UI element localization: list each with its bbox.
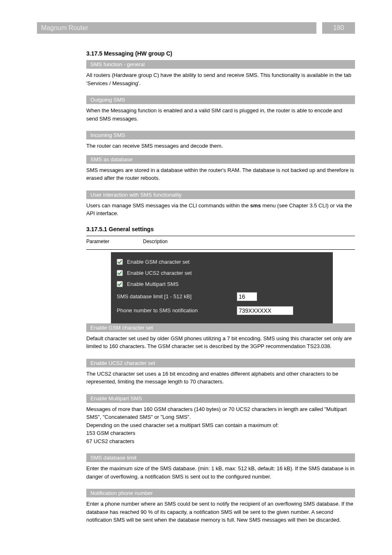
sms-general-heading: SMS function - general [86,60,355,69]
sms-outgoing-heading: Outgoing SMS [86,95,355,104]
param-row-desc: Enter the maximum size of the SMS databa… [86,464,355,481]
check-icon [118,271,122,275]
checkbox-gsm-label: Enable GSM character set [127,259,189,265]
param-row-heading: Notification phone number [86,489,355,497]
sms-user-interaction-heading: User interaction with SMS functionality [86,190,355,199]
param-row-heading: Enable GSM character set [86,323,355,332]
check-icon [118,282,122,286]
param-row-desc: Enter a phone number where an SMS could … [86,500,355,524]
hw-group-title: 3.17.5 Messaging (HW group C) [86,50,355,57]
param-row-heading: SMS database limit [86,453,355,462]
page-number: 180 [333,24,344,32]
checkbox-row-gsm: Enable GSM character set [117,256,327,267]
db-limit-input[interactable] [237,292,257,301]
param-row-desc: Default character set used by older GSM … [86,334,355,351]
col-desc: Description [143,239,355,247]
divider [86,249,355,250]
row-db-limit: SMS database limit [1 - 512 kB] [117,290,327,304]
col-param: Parameter [86,239,143,247]
checkbox-ucs2[interactable] [117,270,123,276]
settings-screenshot: Enable GSM character set Enable UCS2 cha… [111,252,333,323]
sms-incoming-heading: Incoming SMS [86,131,355,139]
page-number-box: 180 [322,22,355,34]
document-title-bar: Magnum Router [37,22,316,34]
checkbox-multipart-label: Enable Multipart SMS [127,281,179,287]
divider [86,236,355,236]
param-row-heading: Enable UCS2 character set [86,359,355,367]
param-row-desc: The UCS2 character set uses a 16 bit enc… [86,370,355,386]
settings-table: Parameter Description [86,239,355,247]
general-settings-title: 3.17.5.1 General settings [86,226,355,232]
sms-database-heading: SMS as database [86,155,355,164]
param-row-desc: Messages of more than 160 GSM characters… [86,405,355,446]
check-icon [118,260,122,264]
sms-user-interaction-para: Users can manage SMS messages via the CL… [86,202,355,218]
checkbox-multipart[interactable] [117,281,123,287]
sms-general-para: All routers (Hardware group C) have the … [86,71,355,87]
db-limit-label: SMS database limit [1 - 512 kB] [117,293,237,300]
checkbox-row-multipart: Enable Multipart SMS [117,279,327,290]
sms-outgoing-para: When the Messaging function is enabled a… [86,107,355,123]
checkbox-ucs2-label: Enable UCS2 character set [127,270,192,276]
sms-incoming-para: The router can receive SMS messages and … [86,142,355,150]
phone-input[interactable] [237,306,293,315]
checkbox-gsm[interactable] [117,259,123,265]
phone-label: Phone number to SMS notification [117,307,237,313]
sms-database-para: SMS messages are stored in a database wi… [86,166,355,182]
row-phone: Phone number to SMS notification [117,304,327,318]
checkbox-row-ucs2: Enable UCS2 character set [117,267,327,279]
param-row-heading: Enable Multipart SMS [86,394,355,403]
document-title: Magnum Router [41,24,88,32]
